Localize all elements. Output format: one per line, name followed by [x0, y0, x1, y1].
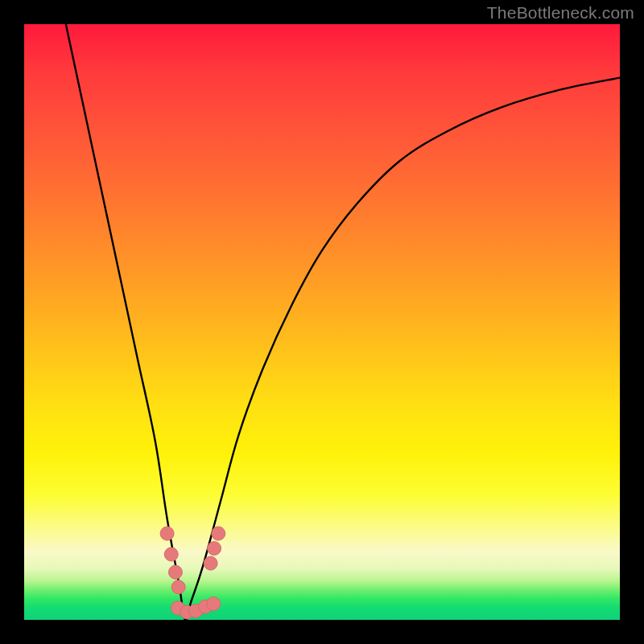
marker-right-cluster-a [204, 556, 217, 570]
marker-left-cluster-a [160, 526, 174, 540]
marker-left-cluster-d [171, 580, 185, 594]
marker-left-cluster-c [168, 565, 182, 579]
marker-right-cluster-c [212, 526, 225, 540]
plot-area [24, 24, 620, 620]
marker-left-cluster-b [164, 547, 178, 561]
bottleneck-curve [66, 24, 620, 620]
chart-svg [24, 24, 620, 620]
marker-right-cluster-b [208, 542, 221, 555]
outer-frame: TheBottleneck.com [0, 0, 644, 644]
marker-bottom-e [207, 597, 221, 611]
watermark-text: TheBottleneck.com [487, 3, 634, 23]
